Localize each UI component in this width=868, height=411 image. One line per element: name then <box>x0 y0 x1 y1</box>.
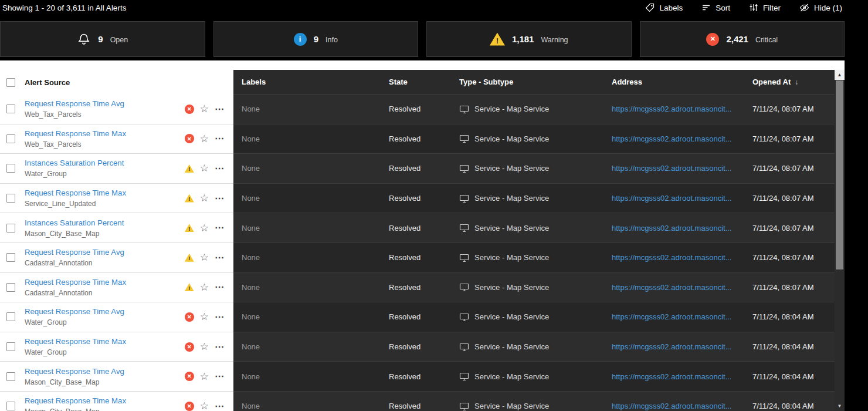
address-link[interactable]: https://mcgsss02.adroot.masoncit... <box>612 224 731 233</box>
scrollbar-thumb[interactable] <box>836 80 843 269</box>
alert-source-cell: Request Response Time Max Web_Tax_Parcel… <box>21 124 233 154</box>
row-checkbox[interactable] <box>6 194 15 203</box>
alert-name-link[interactable]: Instances Saturation Percent <box>25 218 124 227</box>
row-menu-button[interactable]: ⋯ <box>215 312 224 322</box>
header-type-subtype[interactable]: Type - Subtype <box>459 70 612 95</box>
address-cell: https://mcgsss02.adroot.masoncit... <box>612 362 752 392</box>
scroll-up-button[interactable]: ▲ <box>835 70 845 80</box>
address-link[interactable]: https://mcgsss02.adroot.masoncit... <box>612 253 731 262</box>
row-checkbox[interactable] <box>6 372 15 381</box>
alert-source-sub: Cadastral_Annotation <box>25 289 126 297</box>
table-row: Request Response Time Max Web_Tax_Parcel… <box>0 124 845 154</box>
critical-icon: ✕ <box>185 402 194 411</box>
table-row: Instances Saturation Percent Mason_City_… <box>0 213 845 243</box>
alert-name-link[interactable]: Request Response Time Max <box>25 337 126 346</box>
favorite-star-icon[interactable]: ☆ <box>200 104 209 114</box>
favorite-star-icon[interactable]: ☆ <box>200 401 209 411</box>
header-opened-at[interactable]: Opened At ↓ <box>752 70 835 95</box>
alert-name-link[interactable]: Instances Saturation Percent <box>25 159 124 167</box>
header-alert-source[interactable]: Alert Source <box>21 70 233 95</box>
warning-icon: ! <box>490 33 505 46</box>
address-link[interactable]: https://mcgsss02.adroot.masoncit... <box>612 134 731 143</box>
alert-source-cell: Request Response Time Avg Water_Group ✕ … <box>21 302 233 332</box>
favorite-star-icon[interactable]: ☆ <box>200 223 209 233</box>
row-checkbox[interactable] <box>6 283 15 292</box>
select-all-checkbox[interactable] <box>6 78 15 87</box>
vertical-scrollbar[interactable]: ▲ ▼ <box>835 70 845 411</box>
favorite-star-icon[interactable]: ☆ <box>200 282 209 292</box>
row-checkbox[interactable] <box>6 105 15 113</box>
alert-name-link[interactable]: Request Response Time Max <box>25 129 126 138</box>
favorite-star-icon[interactable]: ☆ <box>200 372 209 382</box>
row-menu-button[interactable]: ⋯ <box>215 402 224 411</box>
row-checkbox[interactable] <box>6 134 15 143</box>
type-cell-text: Service - Map Service <box>474 134 549 143</box>
address-link[interactable]: https://mcgsss02.adroot.masoncit... <box>612 372 731 381</box>
table-row: Request Response Time Avg Water_Group ✕ … <box>0 302 845 332</box>
favorite-star-icon[interactable]: ☆ <box>200 342 209 352</box>
header-state[interactable]: State <box>389 70 459 95</box>
opened-cell: 7/11/24, 08:07 AM <box>752 95 835 124</box>
row-checkbox-cell <box>0 362 21 392</box>
row-checkbox[interactable] <box>6 164 15 173</box>
critical-card[interactable]: ✕ 2,421 Critical <box>640 21 845 57</box>
favorite-star-icon[interactable]: ☆ <box>200 134 209 144</box>
alert-name-link[interactable]: Request Response Time Max <box>25 396 126 405</box>
label-tag-icon <box>645 3 655 12</box>
favorite-star-icon[interactable]: ☆ <box>200 163 209 173</box>
topbar: Showing 1 - 20 of 3,611 in All Alerts La… <box>0 0 868 15</box>
critical-icon: ✕ <box>185 134 194 143</box>
hide-button[interactable]: Hide (1) <box>799 3 842 12</box>
address-link[interactable]: https://mcgsss02.adroot.masoncit... <box>612 342 731 351</box>
row-menu-button[interactable]: ⋯ <box>215 194 224 203</box>
row-checkbox[interactable] <box>6 253 15 262</box>
row-menu-button[interactable]: ⋯ <box>215 223 224 233</box>
alert-name-link[interactable]: Request Response Time Avg <box>25 307 124 316</box>
service-monitor-icon <box>459 194 469 203</box>
info-card[interactable]: i 9 Info <box>213 21 419 57</box>
favorite-star-icon[interactable]: ☆ <box>200 312 209 322</box>
row-menu-button[interactable]: ⋯ <box>215 134 224 143</box>
sort-button-label: Sort <box>716 4 730 12</box>
header-labels[interactable]: Labels <box>233 70 389 95</box>
row-menu-button[interactable]: ⋯ <box>215 164 224 173</box>
row-menu-button[interactable]: ⋯ <box>215 342 224 352</box>
favorite-star-icon[interactable]: ☆ <box>200 193 209 203</box>
row-checkbox[interactable] <box>6 224 15 233</box>
warning-icon: ! <box>185 194 194 203</box>
address-link[interactable]: https://mcgsss02.adroot.masoncit... <box>612 283 731 292</box>
table-row: Request Response Time Max Service_Line_U… <box>0 184 845 214</box>
favorite-star-icon[interactable]: ☆ <box>200 252 209 262</box>
labels-button[interactable]: Labels <box>645 3 683 12</box>
alert-name-link[interactable]: Request Response Time Max <box>25 278 126 287</box>
row-menu-button[interactable]: ⋯ <box>215 372 224 381</box>
address-link[interactable]: https://mcgsss02.adroot.masoncit... <box>612 402 731 410</box>
state-cell: Resolved <box>389 124 459 154</box>
alert-name-link[interactable]: Request Response Time Max <box>25 188 126 197</box>
service-monitor-icon <box>459 105 469 114</box>
alert-name-link[interactable]: Request Response Time Avg <box>25 367 124 376</box>
row-checkbox[interactable] <box>6 342 15 351</box>
results-summary: Showing 1 - 20 of 3,611 in All Alerts <box>2 4 126 12</box>
address-link[interactable]: https://mcgsss02.adroot.masoncit... <box>612 312 731 321</box>
opened-cell: 7/11/24, 08:04 AM <box>752 302 835 332</box>
row-menu-button[interactable]: ⋯ <box>215 105 224 114</box>
address-link[interactable]: https://mcgsss02.adroot.masoncit... <box>612 194 731 203</box>
scrollbar-track[interactable] <box>835 80 845 401</box>
alert-source-sub: Web_Tax_Parcels <box>25 140 126 149</box>
service-monitor-icon <box>459 223 469 233</box>
alert-name-link[interactable]: Request Response Time Avg <box>25 99 124 108</box>
row-checkbox[interactable] <box>6 402 15 410</box>
row-menu-button[interactable]: ⋯ <box>215 282 224 292</box>
warning-card[interactable]: ! 1,181 Warning <box>426 21 632 57</box>
open-card[interactable]: 9 Open <box>0 21 205 57</box>
scroll-down-button[interactable]: ▼ <box>835 401 845 411</box>
sort-button[interactable]: Sort <box>701 3 730 12</box>
filter-button[interactable]: Filter <box>749 3 781 12</box>
row-checkbox[interactable] <box>6 312 15 321</box>
row-menu-button[interactable]: ⋯ <box>215 253 224 262</box>
alert-name-link[interactable]: Request Response Time Avg <box>25 248 124 257</box>
header-address[interactable]: Address <box>612 70 752 95</box>
address-link[interactable]: https://mcgsss02.adroot.masoncit... <box>612 105 731 113</box>
address-link[interactable]: https://mcgsss02.adroot.masoncit... <box>612 164 731 173</box>
